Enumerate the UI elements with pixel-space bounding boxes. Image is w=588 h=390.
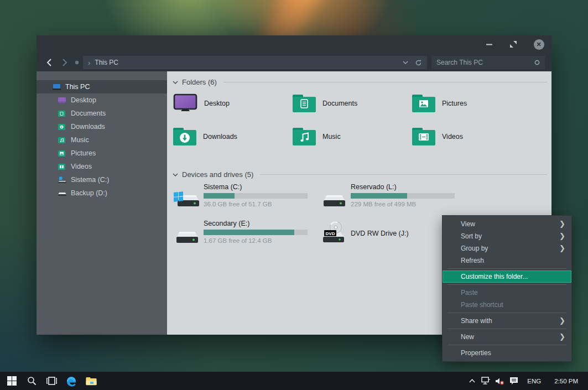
- menu-separator: [447, 329, 566, 329]
- downloads-folder-icon: [173, 126, 197, 147]
- capacity-bar: [204, 193, 308, 199]
- dvd-drive-icon: DVD: [320, 220, 348, 247]
- section-title: Devices and drives (5): [182, 170, 253, 179]
- action-center-button[interactable]: [507, 372, 521, 390]
- drives-section-header[interactable]: Devices and drives (5): [173, 170, 547, 179]
- free-space-label: 229 MB free of 499 MB: [351, 201, 455, 207]
- windows-drive-icon: [173, 183, 201, 211]
- downloads-icon: [58, 123, 66, 131]
- folder-tile-pictures[interactable]: Pictures: [412, 91, 531, 116]
- address-bar[interactable]: › This PC: [83, 56, 427, 69]
- folder-tile-desktop[interactable]: Desktop: [173, 91, 292, 116]
- network-icon: [481, 377, 491, 385]
- drive-icon: [58, 190, 66, 197]
- maximize-icon: [510, 41, 517, 48]
- refresh-icon[interactable]: [415, 59, 422, 66]
- recent-locations-button[interactable]: [72, 58, 82, 67]
- tile-label: Music: [322, 133, 341, 141]
- submenu-arrow-icon: ❯: [559, 218, 565, 230]
- menu-item-share-with[interactable]: Share with❯: [443, 315, 571, 327]
- taskbar: ENG 2:50 PM: [0, 372, 588, 390]
- sidebar-item-desktop[interactable]: Desktop: [37, 93, 167, 107]
- recent-locations-icon: [75, 60, 79, 65]
- sidebar-item-label: Sistema (C:): [71, 176, 109, 184]
- task-view-button[interactable]: [41, 372, 61, 390]
- sidebar-item-label: This PC: [65, 83, 90, 91]
- menu-item-view[interactable]: View❯: [443, 218, 571, 230]
- hidden-icons-button[interactable]: [465, 372, 479, 390]
- collapse-chevron-icon: [173, 173, 178, 176]
- menu-item-properties[interactable]: Properties: [443, 347, 571, 359]
- clock[interactable]: 2:50 PM: [548, 378, 588, 384]
- folders-section-header[interactable]: Folders (6): [173, 78, 547, 86]
- folder-tile-music[interactable]: Music: [292, 124, 412, 149]
- menu-item-paste-shortcut[interactable]: Paste shortcut: [443, 299, 571, 311]
- hard-drive-icon: [173, 220, 201, 247]
- drive-name: DVD RW Drive (J:): [351, 230, 409, 237]
- menu-item-new[interactable]: New❯: [443, 331, 571, 343]
- address-dropdown-icon[interactable]: [403, 61, 408, 64]
- minimize-button[interactable]: [483, 39, 495, 50]
- menu-item-customize-this-folder[interactable]: Customize this folder...: [443, 271, 571, 283]
- navigation-bar: › This PC Search This PC: [37, 53, 551, 71]
- videos-folder-icon: [412, 126, 436, 147]
- videos-icon: [58, 163, 66, 170]
- language-indicator[interactable]: ENG: [521, 378, 548, 384]
- volume-button[interactable]: [493, 372, 507, 390]
- file-explorer-button[interactable]: [81, 372, 101, 390]
- title-bar[interactable]: ✕: [37, 35, 551, 53]
- drives-grid: Sistema (C:) 36.0 GB free of 51.7 GB: [173, 183, 467, 247]
- sidebar-item-documents[interactable]: Documents: [37, 107, 167, 120]
- sidebar-item-videos[interactable]: Videos: [37, 160, 167, 173]
- sidebar-item-label: Videos: [71, 163, 92, 170]
- breadcrumb[interactable]: This PC: [95, 59, 118, 66]
- menu-item-label: Sort by: [461, 232, 482, 240]
- drive-item-sistema-c[interactable]: Sistema (C:) 36.0 GB free of 51.7 GB: [173, 183, 320, 211]
- taskbar-search-button[interactable]: [22, 372, 41, 390]
- drive-item-secondary-e[interactable]: Secondary (E:) 1.67 GB free of 12.4 GB: [173, 220, 320, 247]
- sidebar-item-sistema-c[interactable]: Sistema (C:): [37, 173, 167, 186]
- capacity-bar-fill: [204, 230, 294, 235]
- maximize-button[interactable]: [507, 39, 519, 50]
- free-space-label: 1.67 GB free of 12.4 GB: [204, 237, 308, 244]
- drive-item-reservado-l[interactable]: Reservado (L:) 229 MB free of 499 MB: [320, 183, 467, 211]
- tile-label: Downloads: [203, 133, 237, 141]
- menu-item-label: Refresh: [461, 257, 484, 264]
- sidebar-item-label: Desktop: [71, 96, 96, 104]
- file-explorer-icon: [86, 377, 97, 386]
- folder-tile-downloads[interactable]: Downloads: [173, 124, 292, 149]
- close-button[interactable]: ✕: [533, 39, 545, 50]
- menu-item-group-by[interactable]: Group by❯: [443, 242, 571, 254]
- start-button[interactable]: [2, 372, 22, 390]
- back-icon: [46, 59, 51, 66]
- folders-grid: Desktop Documents: [173, 91, 531, 149]
- back-button[interactable]: [44, 58, 54, 67]
- search-placeholder: Search This PC: [436, 59, 534, 66]
- desktop: ✕ › This PC: [0, 0, 588, 390]
- collapse-chevron-icon: [173, 81, 178, 84]
- menu-item-label: Share with: [461, 317, 492, 325]
- sidebar-item-pictures[interactable]: Pictures: [37, 147, 167, 160]
- close-icon: ✕: [534, 39, 544, 50]
- menu-item-refresh[interactable]: Refresh: [443, 254, 571, 267]
- menu-separator: [447, 345, 566, 345]
- sidebar-item-label: Documents: [71, 110, 106, 117]
- sidebar-item-backup-d[interactable]: Backup (D:): [37, 186, 167, 200]
- sidebar-item-this-pc[interactable]: This PC: [37, 80, 167, 93]
- sidebar-item-downloads[interactable]: Downloads: [37, 120, 167, 133]
- drive-name: Sistema (C:): [204, 183, 308, 191]
- sidebar-item-music[interactable]: Music: [37, 133, 167, 147]
- network-status-button[interactable]: [479, 372, 493, 390]
- system-tray: ENG 2:50 PM: [465, 372, 588, 390]
- drive-windows-icon: [58, 176, 66, 184]
- documents-icon: [58, 110, 66, 117]
- menu-item-sort-by[interactable]: Sort by❯: [443, 230, 571, 242]
- menu-item-label: Group by: [461, 245, 488, 252]
- search-input[interactable]: Search This PC: [431, 56, 545, 69]
- forward-button[interactable]: [60, 58, 70, 67]
- folder-tile-videos[interactable]: Videos: [412, 124, 531, 149]
- folder-tile-documents[interactable]: Documents: [292, 91, 412, 116]
- menu-item-label: Paste: [461, 289, 478, 297]
- menu-item-paste[interactable]: Paste: [443, 287, 571, 299]
- edge-browser-button[interactable]: [61, 372, 81, 390]
